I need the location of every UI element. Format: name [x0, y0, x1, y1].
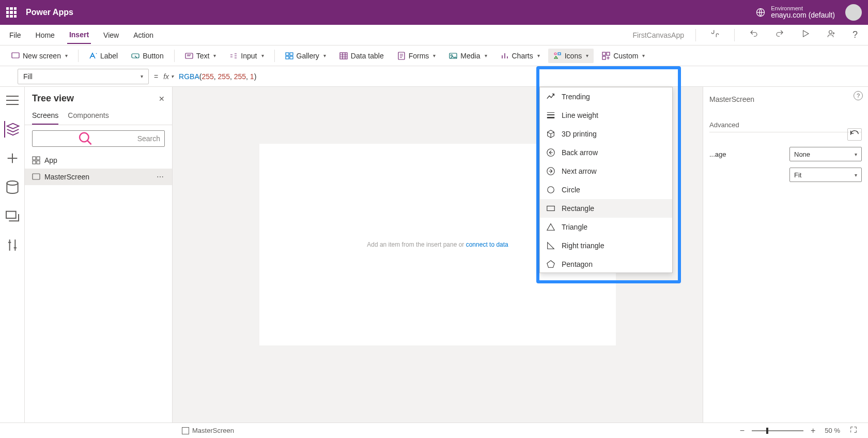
data-button[interactable]	[4, 179, 21, 195]
gallery-icon	[285, 52, 293, 60]
datatable-button[interactable]: Data table	[334, 49, 389, 63]
menu-file[interactable]: File	[7, 27, 23, 43]
3dprinting-icon	[546, 129, 555, 139]
tree-view-panel: Tree view ✕ Screens Components Search Ap…	[25, 87, 173, 422]
tree-item-masterscreen[interactable]: MasterScreen ⋯	[25, 169, 172, 185]
svg-point-20	[80, 133, 89, 142]
tree-view-button[interactable]	[4, 121, 21, 138]
svg-rect-15	[602, 52, 606, 55]
svg-rect-2	[12, 53, 19, 58]
app-checker-button[interactable]	[707, 27, 723, 43]
custom-button[interactable]: Custom ▾	[597, 49, 650, 63]
input-button[interactable]: Input ▾	[224, 49, 269, 63]
connect-to-data-link[interactable]: connect to data	[466, 241, 508, 248]
dropdown-item-circle[interactable]: Circle	[540, 180, 672, 199]
prop-bg-select[interactable]: None ▾	[789, 147, 862, 161]
property-selector[interactable]: Fill ▾	[18, 69, 149, 84]
chevron-down-icon: ▾	[213, 53, 216, 58]
menu-view[interactable]: View	[101, 27, 121, 43]
dropdown-item-label: Pentagon	[562, 260, 593, 268]
media-button[interactable]: Media ▾	[444, 49, 492, 63]
more-options-button[interactable]: ⋯	[157, 173, 165, 181]
menu-bar: File Home Insert View Action FirstCanvas…	[0, 25, 868, 46]
forms-button[interactable]: Forms ▾	[392, 49, 441, 63]
button-button[interactable]: Button	[126, 49, 168, 63]
zoom-out-button[interactable]: −	[736, 426, 749, 435]
fx-label[interactable]: fx ▾	[163, 72, 174, 81]
dropdown-item-3dprinting[interactable]: 3D printing	[540, 125, 672, 143]
menu-action[interactable]: Action	[131, 27, 156, 43]
forms-icon	[397, 52, 406, 60]
play-button[interactable]	[798, 27, 813, 43]
menu-insert[interactable]: Insert	[67, 26, 91, 44]
charts-button[interactable]: Charts ▾	[495, 49, 545, 63]
dropdown-item-pentagon[interactable]: Pentagon	[540, 255, 672, 273]
tab-advanced[interactable]: Advanced	[709, 118, 739, 132]
media-icon	[449, 52, 457, 60]
tree-item-app[interactable]: App	[25, 152, 172, 169]
text-icon	[185, 52, 193, 60]
icons-button[interactable]: Icons ▾	[548, 49, 594, 63]
close-panel-button[interactable]: ✕	[159, 95, 165, 103]
tree-search-input[interactable]: Search	[32, 130, 165, 147]
tab-components[interactable]: Components	[68, 107, 109, 125]
app-file-name: FirstCanvasApp	[632, 31, 684, 39]
svg-rect-22	[37, 157, 40, 160]
environment-value: enayu.com (default)	[771, 11, 835, 19]
waffle-icon[interactable]	[6, 7, 17, 18]
media-pane-button[interactable]	[4, 208, 21, 224]
svg-rect-17	[602, 56, 606, 59]
dropdown-item-label: Line weight	[562, 111, 598, 119]
gallery-button[interactable]: Gallery ▾	[280, 49, 331, 63]
prop-label: ...age	[709, 150, 726, 158]
label-icon	[89, 52, 97, 60]
share-button[interactable]	[824, 27, 839, 43]
canvas-hint-text: Add an item from the insert pane	[367, 241, 457, 248]
dropdown-item-rectangle[interactable]: Rectangle	[540, 199, 672, 218]
undo-button[interactable]	[746, 27, 762, 43]
refresh-button[interactable]	[847, 128, 862, 141]
new-screen-button[interactable]: New screen ▾	[6, 49, 73, 63]
screen-icon	[11, 52, 20, 60]
prop-fit-select[interactable]: Fit ▾	[789, 168, 862, 182]
icons-label: Icons	[565, 52, 582, 60]
help-button[interactable]: ?	[849, 27, 861, 42]
zoom-in-button[interactable]: +	[807, 426, 819, 435]
dropdown-item-nextarrow[interactable]: Next arrow	[540, 162, 672, 180]
insert-pane-button[interactable]	[4, 150, 21, 167]
menu-home[interactable]: Home	[34, 27, 57, 43]
hamburger-button[interactable]	[4, 92, 21, 109]
dropdown-item-triangle[interactable]: Triangle	[540, 218, 672, 236]
button-label: Button	[143, 52, 163, 60]
chevron-down-icon: ▾	[485, 53, 487, 58]
nextarrow-icon	[546, 167, 555, 176]
panel-help-button[interactable]: ?	[854, 91, 863, 100]
pentagon-icon	[546, 260, 555, 269]
dropdown-item-trending[interactable]: Trending	[540, 87, 672, 106]
zoom-slider[interactable]	[752, 430, 803, 432]
svg-rect-29	[547, 206, 554, 211]
svg-rect-9	[340, 53, 347, 59]
svg-rect-25	[33, 174, 40, 179]
formula-input[interactable]: RGBA(255, 255, 255, 1)	[179, 72, 256, 81]
icons-dropdown: Trending Line weight 3D printing Back ar…	[539, 87, 673, 273]
chevron-down-icon: ▾	[323, 53, 326, 58]
svg-rect-8	[290, 56, 293, 59]
custom-icon	[602, 52, 610, 60]
tab-screens[interactable]: Screens	[32, 107, 58, 125]
tree-view-title: Tree view	[32, 93, 74, 104]
property-name: Fill	[23, 72, 33, 81]
dropdown-item-label: Right triangle	[562, 241, 605, 250]
user-avatar[interactable]	[845, 4, 862, 21]
fit-to-window-button[interactable]	[845, 426, 862, 436]
svg-rect-23	[33, 161, 36, 164]
label-button[interactable]: Label	[84, 49, 123, 63]
advanced-tools-button[interactable]	[4, 237, 21, 253]
dropdown-item-righttriangle[interactable]: Right triangle	[540, 236, 672, 255]
backarrow-icon	[546, 148, 555, 157]
environment-selector[interactable]: Environment enayu.com (default)	[771, 5, 835, 19]
redo-button[interactable]	[772, 27, 787, 43]
text-button[interactable]: Text ▾	[180, 49, 222, 63]
dropdown-item-backarrow[interactable]: Back arrow	[540, 143, 672, 162]
dropdown-item-lineweight[interactable]: Line weight	[540, 106, 672, 125]
